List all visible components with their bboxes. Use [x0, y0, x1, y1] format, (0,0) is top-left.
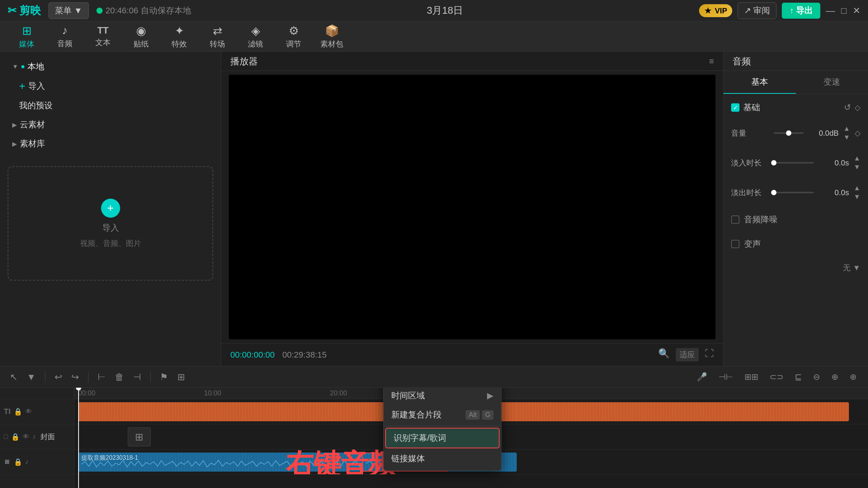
toolbar-item-sticker[interactable]: ◉ 贴纸 — [122, 23, 160, 50]
track-eye-icon[interactable]: 👁 — [25, 408, 32, 416]
fadeout-slider[interactable] — [774, 192, 814, 193]
ctx-recognize-sub[interactable]: 识别字幕/歌词 — [386, 429, 499, 448]
nav-local-label: 本地 — [27, 61, 44, 72]
voice-checkbox[interactable] — [731, 240, 739, 248]
toolbar-item-effect[interactable]: ✦ 特效 — [160, 23, 198, 50]
marker2-button[interactable]: ⊞ — [175, 369, 187, 385]
volume-diamond-icon[interactable]: ◇ — [855, 128, 860, 138]
nav-library-label: 素材库 — [20, 138, 45, 149]
voice-select[interactable]: 无 ▼ — [731, 263, 860, 273]
ruler-spacer — [0, 388, 74, 399]
fadein-row: 淡入时长 0.0s ▲ ▼ — [731, 154, 860, 171]
track-audio-lock-icon[interactable]: 🔒 — [14, 458, 22, 466]
menu-button[interactable]: 菜单 ▼ — [48, 2, 89, 19]
fadein-stepper[interactable]: ▲ ▼ — [854, 154, 860, 171]
playhead[interactable] — [78, 388, 79, 488]
topbar: ✂ 剪映 菜单 ▼ 20:46:06 自动保存本地 3月18日 VIP ↗ 审阅… — [0, 0, 868, 21]
ctx-time-range[interactable]: 时间区域 ▶ — [384, 388, 501, 405]
cover-image-icon[interactable]: ⊞ — [128, 427, 151, 446]
ruler-mark-10: 10:00 — [204, 389, 221, 397]
toolbar-item-media[interactable]: ⊞ 媒体 — [8, 23, 46, 50]
adapt-button[interactable]: 适应 — [676, 348, 699, 361]
ctx-new-compound[interactable]: 新建复合片段 Alt G — [384, 405, 501, 424]
minimize-button[interactable]: — — [826, 5, 835, 16]
reset-icon[interactable]: ↺ — [844, 103, 851, 112]
section-basic-label: 基础 — [743, 102, 760, 113]
align-button[interactable]: ⊑ — [791, 370, 805, 384]
voice-row: 变声 — [731, 238, 860, 250]
player-menu-icon[interactable]: ≡ — [709, 56, 714, 66]
volume-value: 0.0dB — [808, 129, 839, 138]
track-cover-lock-icon[interactable]: 🔒 — [11, 433, 19, 441]
package-icon: 📦 — [325, 24, 339, 37]
media-icon: ⊞ — [22, 24, 32, 37]
track-audio-sound-icon[interactable]: ♪ — [25, 458, 29, 466]
volume-slider[interactable] — [774, 132, 804, 134]
add-track-button[interactable]: ⊕ — [846, 370, 860, 384]
toolbar-label-audio: 音频 — [57, 39, 72, 49]
track-label-subtitle: TI 🔒 👁 — [0, 399, 74, 424]
big-overlay-text: 右键音频 — [286, 449, 396, 475]
fadeout-stepper[interactable]: ▲ ▼ — [854, 184, 860, 201]
vip-badge[interactable]: VIP — [699, 4, 733, 17]
toolbar-item-package[interactable]: 📦 素材包 — [313, 23, 351, 50]
maximize-button[interactable]: □ — [841, 5, 847, 16]
nav-local[interactable]: ▼ 本地 — [8, 58, 213, 75]
main-area: ▼ 本地 + 导入 我的预设 ▶ 云素材 ▶ 素材库 + 导入 视频、音 — [0, 52, 868, 366]
zoom-in-button[interactable]: 🔍 — [658, 348, 670, 361]
fullscreen-button[interactable]: ⛶ — [705, 348, 714, 361]
zoom-in-tl-button[interactable]: ⊕ — [828, 370, 842, 384]
toolbar-item-audio[interactable]: ♪ 音频 — [46, 23, 84, 50]
redo-button[interactable]: ↪ — [69, 369, 81, 385]
marker-button[interactable]: ⚑ — [158, 369, 170, 385]
magnet-button[interactable]: ⊞⊞ — [741, 370, 762, 384]
split2-button[interactable]: ⊣ — [131, 369, 143, 385]
track-cover-audio-icon[interactable]: ♪ — [32, 433, 36, 441]
undo-button[interactable]: ↩ — [52, 369, 64, 385]
nav-preset-label: 我的预设 — [19, 100, 53, 111]
diamond-icon[interactable]: ◇ — [855, 103, 860, 112]
delete-button[interactable]: 🗑 — [113, 369, 126, 385]
right-content: ✓ 基础 ↺ ◇ 音量 0.0dB ▲ ▼ ◇ 淡入时长 — [723, 94, 868, 281]
left-nav: ▼ 本地 + 导入 我的预设 ▶ 云素材 ▶ 素材库 — [0, 52, 221, 159]
autosave-status: 20:46:06 自动保存本地 — [96, 5, 191, 16]
select-mode-arrow[interactable]: ▼ — [24, 369, 38, 385]
nav-import[interactable]: + 导入 — [8, 77, 213, 95]
topbar-left: ✂ 剪映 菜单 ▼ 20:46:06 自动保存本地 — [8, 2, 191, 19]
nav-library[interactable]: ▶ 素材库 — [8, 135, 213, 152]
toolbar-item-text[interactable]: TT 文本 — [84, 23, 122, 50]
noise-checkbox[interactable] — [731, 215, 739, 224]
fadein-label: 淡入时长 — [731, 158, 769, 168]
fadein-slider[interactable] — [774, 162, 814, 164]
zoom-out-button[interactable]: ⊖ — [809, 370, 824, 384]
player-viewport — [229, 75, 715, 339]
toolbar-item-transition[interactable]: ⇄ 转场 — [198, 23, 236, 50]
volume-stepper[interactable]: ▲ ▼ — [843, 125, 850, 141]
track-lock-icon[interactable]: 🔒 — [14, 408, 22, 416]
drop-area[interactable]: + 导入 视频、音频、图片 — [8, 166, 213, 281]
window-controls: — □ ✕ — [826, 5, 860, 16]
nav-my-preset[interactable]: 我的预设 — [8, 97, 213, 114]
ruler-mark-0: 00:00 — [78, 389, 95, 397]
track-cover-eye-icon[interactable]: 👁 — [23, 433, 29, 441]
close-button[interactable]: ✕ — [853, 5, 860, 16]
filter-icon: ◈ — [251, 24, 260, 37]
export-button[interactable]: ↑ 导出 — [782, 3, 820, 19]
select-tool-button[interactable]: ↖ — [8, 369, 20, 385]
microphone-button[interactable]: 🎤 — [693, 370, 711, 384]
ctx-link-media[interactable]: 链接媒体 — [384, 449, 501, 468]
tab-basic[interactable]: 基本 — [723, 71, 796, 94]
section-check-icon[interactable]: ✓ — [731, 103, 739, 112]
current-time: 00:00:00:00 — [230, 350, 275, 360]
split-button[interactable]: ⊢ — [95, 369, 108, 385]
tab-speed[interactable]: 变速 — [796, 71, 868, 94]
nav-import-label: 导入 — [28, 80, 45, 92]
toolbar-item-filter[interactable]: ◈ 滤镜 — [236, 23, 275, 50]
snap-button[interactable]: ⊣⊢ — [715, 370, 737, 384]
plus-icon: + — [19, 80, 25, 92]
track-ti-icon: TI — [4, 407, 11, 416]
review-button[interactable]: ↗ 审阅 — [738, 2, 776, 19]
nav-cloud[interactable]: ▶ 云素材 — [8, 116, 213, 133]
toolbar-item-adjust[interactable]: ⚙ 调节 — [275, 23, 313, 50]
link-button[interactable]: ⊂⊃ — [766, 370, 787, 384]
